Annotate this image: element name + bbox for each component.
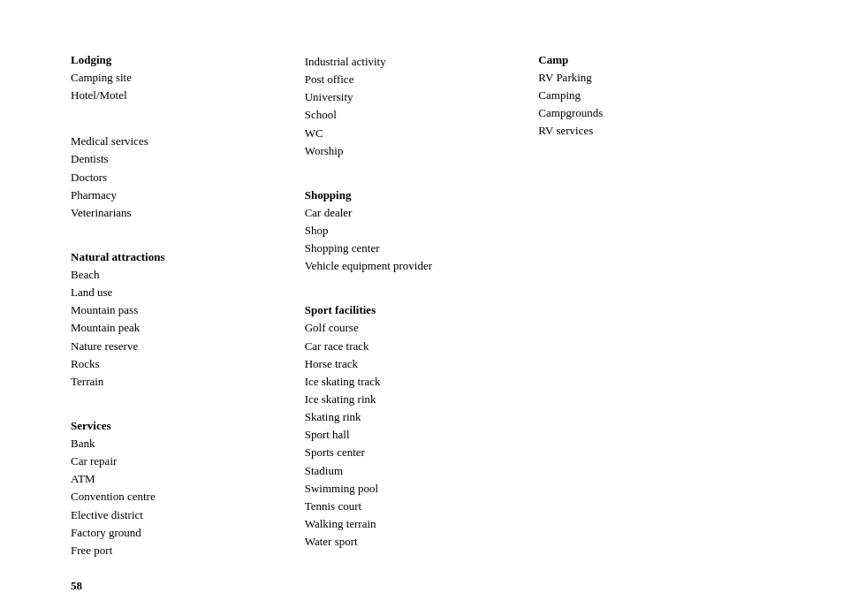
list-item: Camping site [71,69,287,87]
section-industrial: Industrial activity Post office Universi… [305,53,521,160]
section-camp: Camp RV Parking Camping Campgrounds RV s… [538,53,755,141]
list-item: Nature reserve [71,338,287,355]
section-sport-facilities: Sport facilities Golf course Car race tr… [305,303,521,551]
list-item: Golf course [305,319,521,337]
list-item: ATM [71,470,287,488]
section-title-natural: Natural attractions [71,250,287,264]
list-item: Terrain [71,373,287,391]
list-item: Hotel/Motel [71,87,287,104]
list-item: Swimming pool [305,480,521,498]
list-item: Horse track [305,355,521,373]
list-item: Vehicle equipment provider [305,257,521,275]
list-item: Mountain peak [71,319,287,337]
section-title-camp: Camp [538,53,755,67]
column-3: Camp RV Parking Camping Campgrounds RV s… [538,53,772,575]
list-item: Post office [305,71,521,88]
list-item: Camping [538,87,755,104]
page-number: 58 [71,579,82,593]
section-natural-attractions: Natural attractions Beach Land use Mount… [71,250,287,391]
list-item: Mountain pass [71,301,287,319]
list-item: Sport hall [305,426,521,444]
section-lodging: Lodging Camping site Hotel/Motel [71,53,287,104]
list-item: Rocks [71,355,287,373]
list-item: Free port [71,542,287,559]
list-item: Car repair [71,452,287,470]
list-item: Factory ground [71,524,287,542]
list-item: School [305,106,521,124]
list-item: RV Parking [538,69,755,87]
list-item: Land use [71,284,287,301]
column-2: Industrial activity Post office Universi… [305,53,539,575]
column-1: Lodging Camping site Hotel/Motel Medical… [71,53,305,575]
section-title-shopping: Shopping [305,188,521,202]
list-item: Ice skating rink [305,391,521,408]
list-item: Car race track [305,338,521,355]
list-item: Pharmacy [71,186,287,204]
list-item: Worship [305,142,521,160]
list-item: Doctors [71,169,287,186]
list-item: Walking terrain [305,515,521,533]
page: Lodging Camping site Hotel/Motel Medical… [0,0,843,616]
list-item: Industrial activity [305,53,521,71]
list-item: Beach [71,266,287,284]
list-item: Tennis court [305,498,521,515]
list-item: Car dealer [305,204,521,222]
list-item: Bank [71,435,287,452]
list-item: WC [305,125,521,142]
section-title-services: Services [71,419,287,433]
list-item: Veterinarians [71,204,287,222]
section-shopping: Shopping Car dealer Shop Shopping center… [305,188,521,276]
list-item: Elective district [71,506,287,524]
list-item: University [305,88,521,106]
section-title-sport: Sport facilities [305,303,521,317]
list-item: Sports center [305,444,521,461]
list-item: Stadium [305,462,521,480]
list-item: Ice skating track [305,373,521,391]
list-item: Shop [305,222,521,240]
section-medical: Medical services Dentists Doctors Pharma… [71,133,287,222]
content-columns: Lodging Camping site Hotel/Motel Medical… [71,53,772,575]
list-item: Water sport [305,533,521,551]
list-item: Medical services [71,133,287,150]
section-services: Services Bank Car repair ATM Convention … [71,419,287,559]
list-item: RV services [538,122,755,140]
list-item: Skating rink [305,408,521,426]
list-item: Shopping center [305,240,521,257]
section-title-lodging: Lodging [71,53,287,67]
list-item: Dentists [71,150,287,168]
list-item: Convention centre [71,488,287,506]
list-item: Campgrounds [538,104,755,122]
